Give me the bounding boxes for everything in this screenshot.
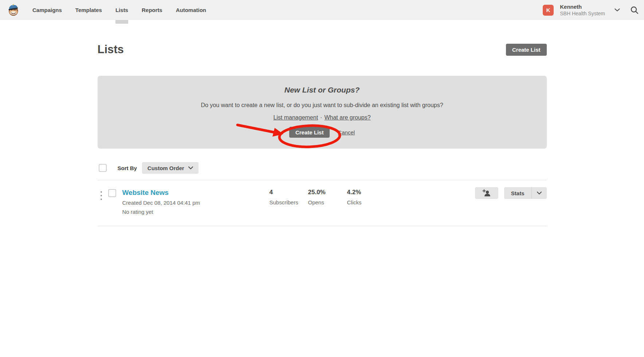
list-created-date: Created Dec 08, 2014 04:41 pm (122, 200, 270, 206)
active-tab-indicator (115, 20, 128, 24)
account-organization: SBH Health System (560, 10, 605, 17)
subscribers-stat: 4 Subscribers (270, 189, 308, 205)
list-info: Website News Created Dec 08, 2014 04:41 … (122, 189, 270, 215)
create-list-button-top[interactable]: Create List (506, 44, 547, 56)
row-actions: Stats (475, 187, 547, 199)
page-header: Lists Create List (98, 43, 547, 56)
clicks-stat: 4.2% Clicks (347, 189, 391, 205)
mailchimp-logo-icon[interactable] (7, 3, 20, 18)
panel-links: List management·What are groups? (98, 114, 547, 121)
nav-item-reports[interactable]: Reports (142, 0, 162, 20)
create-list-button-panel[interactable]: Create List (289, 127, 330, 138)
stats-button[interactable]: Stats (504, 187, 531, 199)
chevron-down-icon (537, 192, 542, 195)
drag-handle-icon[interactable] (100, 191, 103, 201)
subscribers-label: Subscribers (270, 199, 308, 205)
account-chevron-down-icon[interactable] (614, 8, 620, 12)
nav-item-lists-label: Lists (115, 7, 128, 13)
list-name-link[interactable]: Website News (122, 189, 169, 197)
clicks-label: Clicks (347, 199, 391, 205)
sort-toolbar: Sort By Custom Order (98, 162, 547, 174)
stats-split-button: Stats (504, 187, 547, 199)
page-title: Lists (98, 43, 124, 56)
new-list-or-groups-panel: New List or Groups? Do you want to creat… (98, 76, 547, 149)
cancel-link[interactable]: Cancel (338, 129, 355, 136)
chevron-down-icon (188, 166, 193, 169)
list-management-link[interactable]: List management (273, 114, 318, 121)
list-rating: No rating yet (122, 209, 270, 215)
panel-description: Do you want to create a new list, or do … (98, 102, 547, 109)
nav-item-lists[interactable]: Lists (115, 0, 128, 20)
account-area: K Kenneth SBH Health System (543, 4, 639, 17)
top-nav-bar: Campaigns Templates Lists Reports Automa… (0, 0, 644, 20)
lists-page: Lists Create List New List or Groups? Do… (98, 43, 547, 226)
panel-actions: Create List Cancel (98, 127, 547, 138)
user-avatar[interactable]: K (543, 5, 554, 16)
clicks-value: 4.2% (347, 189, 391, 196)
links-separator: · (320, 114, 322, 121)
what-are-groups-link[interactable]: What are groups? (324, 114, 370, 121)
add-subscriber-button[interactable] (475, 187, 498, 199)
primary-nav: Campaigns Templates Lists Reports Automa… (32, 0, 220, 20)
panel-title: New List or Groups? (98, 86, 547, 94)
opens-stat: 25.0% Opens (308, 189, 347, 205)
subscribers-value: 4 (270, 189, 308, 196)
list-row: Website News Created Dec 08, 2014 04:41 … (98, 180, 547, 226)
person-plus-icon (482, 189, 491, 197)
opens-label: Opens (308, 199, 347, 205)
account-name: Kenneth (560, 4, 605, 10)
sort-order-value: Custom Order (148, 165, 184, 171)
sort-order-dropdown[interactable]: Custom Order (142, 162, 199, 174)
nav-item-automation[interactable]: Automation (176, 0, 206, 20)
nav-item-templates[interactable]: Templates (75, 0, 102, 20)
nav-item-campaigns[interactable]: Campaigns (32, 0, 62, 20)
search-icon[interactable] (630, 6, 639, 15)
sort-by-label: Sort By (118, 165, 137, 171)
row-checkbox[interactable] (108, 189, 116, 197)
stats-dropdown-button[interactable] (532, 187, 547, 199)
opens-value: 25.0% (308, 189, 347, 196)
select-all-checkbox[interactable] (99, 164, 107, 172)
account-menu[interactable]: Kenneth SBH Health System (560, 4, 605, 17)
